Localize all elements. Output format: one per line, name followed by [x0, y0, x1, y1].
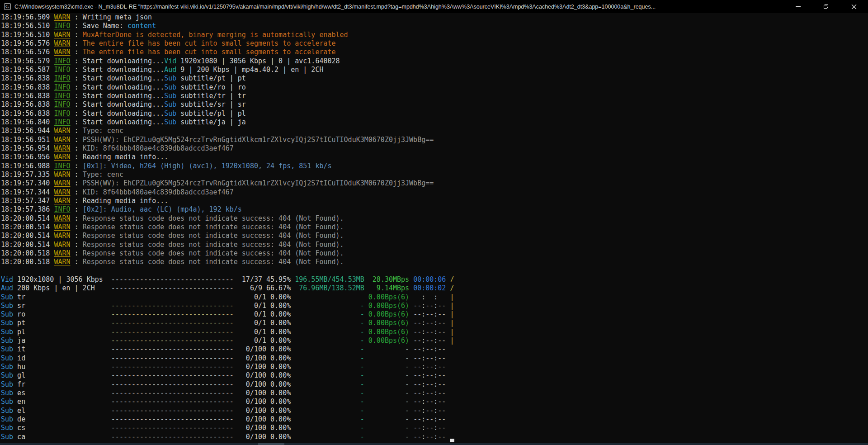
- progress-bar: ------------------------------: [111, 275, 234, 284]
- progress-tag: Sub: [1, 380, 13, 388]
- progress-speed: -: [364, 433, 409, 441]
- progress-desc: 1920x1080 | 3056 Kbps: [13, 275, 111, 284]
- progress-time: --:--:--: [409, 380, 446, 388]
- progress-time: --:--:--: [409, 310, 446, 318]
- log-message-segment: [0x2]: Audio, aac (LC) (mp4a), 192 kb/s: [83, 205, 242, 213]
- progress-time: --:--:--: [409, 354, 446, 362]
- log-line: 18:19:56.587 INFO : Start downloading...…: [1, 66, 867, 74]
- log-level: WARN: [54, 127, 70, 135]
- log-message-segment: KID: 8f64bbb480ae4c839db8adccd3aef467: [83, 144, 234, 152]
- progress-speed: -: [364, 354, 409, 362]
- progress-spinner: [446, 389, 454, 397]
- log-message-segment: Writing meta json: [83, 13, 152, 21]
- progress-time: --:--:--: [409, 424, 446, 432]
- progress-row: Sub en ------------------------------ 0/…: [1, 398, 867, 406]
- log-timestamp: 18:19:56.838: [1, 109, 54, 118]
- progress-bar: ------------------------------: [111, 302, 234, 310]
- progress-speed: 0.00Bps(6): [364, 336, 409, 345]
- progress-time: --:--:--: [409, 363, 446, 371]
- log-message-segment: Aud: [164, 66, 176, 74]
- log-level: WARN: [54, 223, 70, 231]
- progress-spinner: /: [446, 284, 454, 292]
- log-message-segment: Sub: [164, 118, 176, 126]
- restore-button[interactable]: [812, 0, 840, 13]
- progress-desc: it: [13, 345, 111, 353]
- log-line: 18:19:56.509 WARN : Writing meta json: [1, 13, 867, 22]
- progress-spinner: [446, 363, 454, 371]
- progress-spinner: [446, 354, 454, 362]
- progress-spinner: [446, 380, 454, 388]
- log-timestamp: 18:19:56.509: [1, 13, 54, 21]
- log-message-segment: MuxAfterDone is detected, binary merging…: [83, 31, 348, 39]
- progress-speed: -: [364, 407, 409, 415]
- progress-row: Sub ro ------------------------------ 0/…: [1, 310, 867, 319]
- progress-size: -: [291, 328, 364, 336]
- progress-size: -: [291, 336, 364, 345]
- progress-time: 00:00:02: [409, 284, 446, 292]
- log-timestamp: 18:19:56.838: [1, 100, 54, 109]
- cmd-icon: C:: [4, 3, 11, 10]
- log-level: WARN: [54, 241, 70, 249]
- log-line: 18:19:56.510 INFO : Save Name: content: [1, 22, 867, 30]
- progress-size: -: [291, 371, 364, 379]
- progress-bar: ------------------------------: [111, 336, 234, 345]
- minimize-button[interactable]: [784, 0, 812, 13]
- log-message-segment: subtitle/pl | pl: [176, 109, 246, 118]
- log-line: 18:19:56.951 WARN : PSSH(WV): EhCPZLu0gK…: [1, 136, 867, 144]
- progress-bar: [111, 293, 234, 301]
- horizontal-scrollbar[interactable]: [0, 443, 868, 445]
- progress-tag: Sub: [1, 354, 13, 362]
- progress-time: --:--:--: [409, 415, 446, 423]
- progress-bar: ------------------------------: [111, 407, 234, 415]
- log-level: WARN: [54, 197, 70, 205]
- close-button[interactable]: [840, 0, 868, 13]
- progress-row: Aud 200 Kbps | en | 2CH ----------------…: [1, 284, 867, 293]
- log-timestamp: 18:19:56.838: [1, 74, 54, 82]
- log-level: INFO: [54, 109, 70, 118]
- log-message-segment: Sub: [164, 92, 176, 100]
- progress-bar: ------------------------------: [111, 389, 234, 397]
- progress-bar: ------------------------------: [111, 371, 234, 379]
- progress-tag: Sub: [1, 328, 13, 336]
- log-timestamp: 18:20:00.514: [1, 223, 54, 231]
- log-message-segment: Vid: [164, 57, 176, 65]
- progress-count: 0/1 0.00%: [234, 319, 291, 327]
- terminal-cursor: [450, 439, 454, 442]
- progress-bar: ------------------------------: [111, 328, 234, 336]
- progress-count: 0/100 0.00%: [234, 380, 291, 388]
- progress-size: -: [291, 398, 364, 406]
- progress-bar: ------------------------------: [111, 284, 234, 292]
- progress-size: -: [291, 407, 364, 415]
- log-line: 18:20:00.514 WARN : Response status code…: [1, 232, 867, 240]
- progress-row: Sub pt ------------------------------ 0/…: [1, 319, 867, 327]
- progress-spinner: |: [446, 328, 454, 336]
- progress-bar: ------------------------------: [111, 354, 234, 362]
- progress-count: 0/100 0.00%: [234, 345, 291, 353]
- log-line: 18:19:56.838 INFO : Start downloading...…: [1, 100, 867, 109]
- progress-bar: ------------------------------: [111, 433, 234, 441]
- log-message-segment: Start downloading...: [83, 74, 165, 82]
- log-level: WARN: [54, 39, 70, 47]
- progress-bar: ------------------------------: [111, 380, 234, 388]
- progress-count: 0/100 0.00%: [234, 371, 291, 379]
- log-level: INFO: [54, 162, 70, 170]
- log-timestamp: 18:19:56.954: [1, 144, 54, 152]
- log-message-segment: PSSH(WV): EhCPZLu0gK5Mg524rczTrvRnGgtidX…: [83, 179, 434, 187]
- progress-row: Sub fr ------------------------------ 0/…: [1, 380, 867, 389]
- log-timestamp: 18:19:57.386: [1, 205, 54, 213]
- log-line: 18:20:00.514 WARN : Response status code…: [1, 223, 867, 232]
- progress-time: 00:00:06: [409, 275, 446, 284]
- log-message-segment: 9 | 200 Kbps | mp4a.40.2 | en | 2CH: [176, 66, 323, 74]
- terminal-output: 18:19:56.509 WARN : Writing meta json18:…: [1, 13, 867, 441]
- progress-count: 0/100 0.00%: [234, 407, 291, 415]
- progress-tag: Sub: [1, 424, 13, 432]
- progress-speed: 0.00Bps(6): [364, 302, 409, 310]
- log-line: 18:20:00.518 WARN : Response status code…: [1, 249, 867, 258]
- scrollbar-thumb[interactable]: [258, 443, 284, 445]
- log-line: 18:20:00.514 WARN : Response status code…: [1, 241, 867, 249]
- progress-count: 0/100 0.00%: [234, 354, 291, 362]
- progress-speed: 0.00Bps(6): [364, 319, 409, 327]
- progress-desc: ja: [13, 336, 111, 345]
- progress-count: 0/1 0.00%: [234, 302, 291, 310]
- log-line: 18:19:56.838 INFO : Start downloading...…: [1, 109, 867, 118]
